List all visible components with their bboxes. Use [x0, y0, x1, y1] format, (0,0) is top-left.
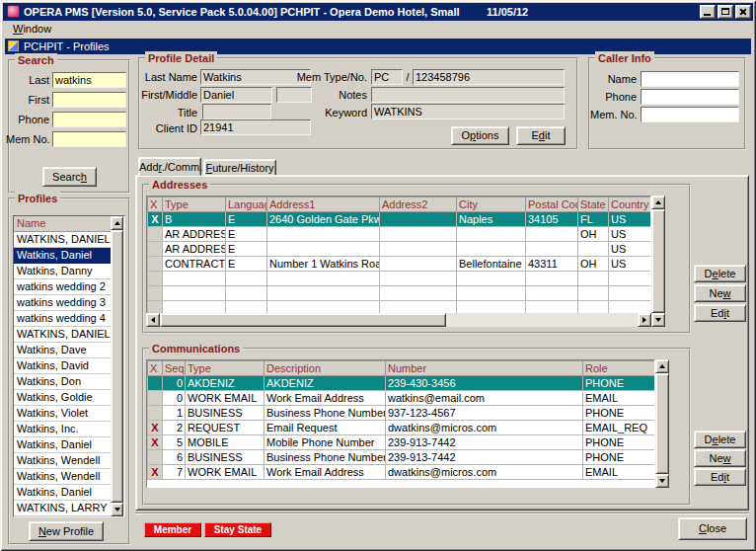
profile-list-item[interactable]: Watkins, Don — [14, 374, 112, 390]
profile-list-item[interactable]: Watkins, Daniel — [14, 248, 112, 264]
table-cell: PHONE — [583, 450, 655, 465]
profile-list-item[interactable]: Watkins, Daniel — [14, 437, 112, 453]
table-cell: AKDENIZ — [186, 376, 265, 391]
table-cell — [380, 301, 457, 315]
table-row[interactable]: 1BUSINESSBusiness Phone Number937-123-45… — [148, 406, 655, 421]
communications-edit-button[interactable]: Edit — [694, 468, 746, 486]
scrollbar-thumb[interactable] — [655, 373, 669, 474]
search-last-input[interactable] — [52, 72, 126, 88]
addresses-delete-button[interactable]: Delete — [694, 265, 746, 282]
profile-list-item[interactable]: Watkins, Inc. — [14, 422, 112, 437]
search-first-input[interactable] — [52, 92, 126, 108]
profile-list-item[interactable]: Watkins, Daniel — [14, 485, 112, 501]
table-row[interactable]: X2REQUESTEmail Requestdwatkins@micros.co… — [148, 421, 655, 435]
tab-future-history[interactable]: Future/History — [203, 159, 276, 176]
mem-type-field[interactable] — [371, 69, 403, 85]
table-cell: dwatkins@micros.com — [386, 465, 583, 480]
first-name-field[interactable] — [200, 87, 272, 103]
profile-list-item[interactable]: Watkins, Wendell — [14, 469, 112, 485]
table-cell — [380, 272, 457, 286]
table-cell: US — [609, 212, 651, 227]
profile-list-item[interactable]: Watkins, Goldie — [14, 390, 112, 406]
search-phone-input[interactable] — [52, 112, 126, 127]
scroll-left-icon[interactable] — [146, 313, 160, 327]
member-lamp-button[interactable]: Member — [144, 522, 201, 537]
caller-phone-field[interactable] — [641, 89, 739, 105]
title-field[interactable] — [202, 104, 271, 119]
table-cell — [578, 286, 609, 301]
scrollbar-thumb[interactable] — [111, 230, 123, 503]
profile-list-item[interactable]: Watkins, Wendell — [14, 453, 112, 469]
search-button[interactable]: Search — [42, 167, 97, 187]
scrollbar-thumb[interactable] — [160, 313, 446, 327]
communications-vscrollbar[interactable] — [655, 359, 669, 488]
addresses-edit-button[interactable]: Edit — [694, 304, 746, 322]
profile-list-item[interactable]: watkins wedding 4 — [14, 311, 112, 327]
close-window-button[interactable] — [735, 5, 751, 19]
table-cell: 6 — [163, 450, 186, 465]
addresses-new-button[interactable]: New — [694, 284, 746, 302]
profile-list-item[interactable]: WATKINS, DANIEL — [14, 232, 112, 248]
addresses-hscrollbar[interactable] — [146, 313, 651, 327]
table-cell: EMAIL — [583, 465, 655, 480]
profile-list-item[interactable]: Watkins, Dave — [14, 343, 112, 358]
table-row[interactable]: 0AKDENIZAKDENIZ239-430-3456PHONE — [148, 376, 655, 391]
scroll-right-icon[interactable] — [638, 313, 651, 327]
scroll-up-icon[interactable] — [651, 196, 665, 209]
addresses-vscrollbar[interactable] — [651, 196, 665, 327]
table-cell — [148, 406, 163, 421]
table-row[interactable]: XBE2640 Golden Gate Pkwy Ste 2Naples3410… — [148, 212, 651, 227]
scroll-up-icon[interactable] — [655, 359, 669, 373]
scroll-down-icon[interactable] — [651, 313, 665, 327]
table-cell — [148, 376, 163, 391]
menu-window[interactable]: Window — [10, 23, 54, 35]
scrollbar-thumb[interactable] — [651, 209, 665, 313]
profile-list-item[interactable]: watkins wedding 2 — [14, 279, 112, 295]
profile-edit-button[interactable]: Edit — [516, 126, 566, 145]
maximize-button[interactable] — [718, 5, 733, 19]
table-row[interactable]: AR ADDRESSEOHUS — [148, 227, 651, 242]
client-id-label: Client ID — [140, 121, 197, 135]
communications-delete-button[interactable]: Delete — [694, 431, 746, 448]
table-row[interactable] — [148, 272, 651, 286]
profiles-scrollbar[interactable] — [111, 216, 124, 516]
scroll-down-icon[interactable] — [655, 474, 669, 488]
table-cell: Bellefontaine — [457, 257, 526, 272]
table-row[interactable] — [148, 286, 651, 301]
profile-list-item[interactable]: watkins wedding 3 — [14, 295, 112, 311]
profile-list-item[interactable]: WATKINS, LARRY — [14, 501, 112, 516]
mem-no-field[interactable] — [413, 69, 565, 85]
table-row[interactable]: AR ADDRESSEUS — [148, 242, 651, 257]
table-row[interactable] — [148, 301, 651, 315]
table-row[interactable]: X7WORK EMAILWork Email Addressdwatkins@m… — [148, 465, 655, 480]
profile-list-item[interactable]: Watkins, Danny — [14, 264, 112, 279]
caller-mem-field[interactable] — [641, 107, 739, 122]
profile-list-item[interactable]: WATKINS, DANIEL — [14, 327, 112, 343]
keyword-label: Keyword — [288, 106, 367, 119]
options-button[interactable]: Options — [451, 126, 509, 145]
caller-name-field[interactable] — [641, 71, 739, 87]
keyword-field[interactable] — [371, 104, 565, 119]
table-cell — [163, 272, 226, 286]
table-cell: 5 — [163, 435, 186, 450]
communications-new-button[interactable]: New — [694, 449, 746, 467]
table-row[interactable]: CONTRACTENumber 1 Watkins RoadBellefonta… — [148, 257, 651, 272]
table-cell: E — [226, 257, 267, 272]
new-profile-button[interactable]: New Profile — [29, 521, 104, 541]
scroll-up-icon[interactable] — [111, 216, 123, 230]
hotel-name: PCHPIT - Opera Demo Hotel, Small — [280, 6, 460, 18]
minimize-button[interactable] — [700, 5, 716, 19]
scroll-down-icon[interactable] — [111, 503, 123, 516]
notes-label: Notes — [288, 88, 367, 102]
profile-list-item[interactable]: Watkins, David — [14, 358, 112, 374]
client-id-field[interactable] — [200, 119, 311, 135]
search-mem-input[interactable] — [52, 131, 126, 147]
table-row[interactable]: 0WORK EMAILWork Email Addresswatkins@ema… — [148, 391, 655, 406]
stay-state-lamp-button[interactable]: Stay State — [204, 522, 271, 537]
profile-list-item[interactable]: Watkins, Violet — [14, 406, 112, 422]
table-row[interactable]: 6BUSINESSBusiness Phone Number239-913-74… — [148, 450, 655, 465]
notes-field[interactable] — [371, 87, 565, 103]
table-row[interactable]: X5MOBILEMobile Phone Number239-913-7442P… — [148, 435, 655, 450]
close-button[interactable]: Close — [678, 517, 747, 540]
tab-addr-comm[interactable]: Addr./Comm. — [138, 157, 201, 176]
